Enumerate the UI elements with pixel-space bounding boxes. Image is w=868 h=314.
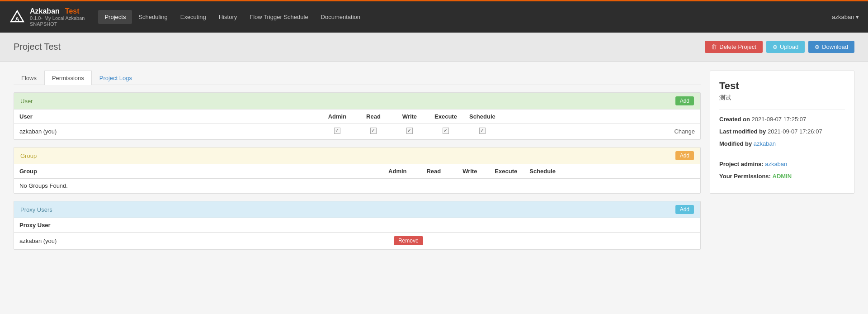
sidebar-permissions-label: Your Permissions: xyxy=(719,173,771,180)
group-table-header-row: Group Admin Read Write Execute Schedule xyxy=(14,164,700,179)
brand-snapshot: SNAPSHOT xyxy=(30,21,85,27)
nav-flow-trigger[interactable]: Flow Trigger Schedule xyxy=(243,10,314,24)
execute-checkbox xyxy=(443,128,449,134)
user-section: User Add User Admin Read Write Execute S… xyxy=(14,92,701,140)
user-col-schedule: Schedule xyxy=(464,109,501,124)
user-row-execute xyxy=(428,124,464,139)
sidebar-modified-by-label: Modified by xyxy=(719,140,752,147)
tab-permissions[interactable]: Permissions xyxy=(44,71,92,85)
brand-tag: Test xyxy=(65,7,80,15)
user-row-schedule xyxy=(464,124,501,139)
nav-projects[interactable]: Projects xyxy=(98,10,132,24)
table-row: No Groups Found. xyxy=(14,179,700,193)
proxy-add-button[interactable]: Add xyxy=(675,205,694,214)
user-add-label: Add xyxy=(680,98,689,104)
brand-subtitle: My Local Azkaban xyxy=(44,15,85,21)
table-row: azkaban (you) xyxy=(14,124,700,139)
user-col-read: Read xyxy=(355,109,392,124)
upload-label: Upload xyxy=(780,43,798,50)
group-col-write: Write xyxy=(452,164,488,179)
group-add-button[interactable]: Add xyxy=(675,151,694,160)
sidebar-permissions: Your Permissions: ADMIN xyxy=(719,172,845,181)
proxy-section: Proxy Users Add Proxy User azkaban (you) xyxy=(14,201,701,250)
proxy-table-header-row: Proxy User xyxy=(14,218,700,233)
download-button[interactable]: ⊕ Download xyxy=(808,41,854,53)
nav-documentation[interactable]: Documentation xyxy=(315,10,367,24)
main-content: Flows Permissions Project Logs User Add … xyxy=(14,71,701,312)
page-title: Project Test xyxy=(14,42,61,52)
upload-button[interactable]: ⊕ Upload xyxy=(766,41,805,53)
sidebar-project-desc: 测试 xyxy=(719,94,845,102)
upload-icon: ⊕ xyxy=(773,43,778,50)
delete-project-button[interactable]: 🗑 Delete Project xyxy=(705,41,763,53)
group-col-action xyxy=(561,164,700,179)
schedule-checkbox xyxy=(479,128,486,134)
sidebar-last-modified-label: Last modified by xyxy=(719,128,766,135)
group-col-read: Read xyxy=(415,164,452,179)
user-table: User Admin Read Write Execute Schedule a… xyxy=(14,109,700,139)
content-area: Flows Permissions Project Logs User Add … xyxy=(0,62,868,314)
proxy-row-name: azkaban (you) xyxy=(14,233,388,249)
user-row-write xyxy=(392,124,428,139)
group-add-label: Add xyxy=(680,152,689,159)
navbar: A Azkaban Test 0.1.0- My Local Azkaban S… xyxy=(0,0,868,33)
download-label: Download xyxy=(822,43,848,50)
group-col-admin: Admin xyxy=(379,164,415,179)
group-col-schedule: Schedule xyxy=(524,164,561,179)
group-section-header: Group Add xyxy=(14,147,700,164)
user-change-button[interactable]: Change xyxy=(674,128,695,135)
nav-scheduling[interactable]: Scheduling xyxy=(132,10,174,24)
user-section-title: User xyxy=(20,98,33,105)
user-menu[interactable]: azkaban ▾ xyxy=(832,14,859,20)
sidebar-created: Created on 2021-09-07 17:25:07 xyxy=(719,115,845,124)
tabs: Flows Permissions Project Logs xyxy=(14,71,701,85)
tab-flows[interactable]: Flows xyxy=(14,71,44,85)
sidebar-project-name: Test xyxy=(719,80,845,92)
nav-history[interactable]: History xyxy=(212,10,243,24)
brand-logo-icon: A xyxy=(9,9,25,25)
write-checkbox xyxy=(406,128,413,134)
sidebar-modified-by: Modified by azkaban xyxy=(719,139,845,149)
sidebar-modified-by-value[interactable]: azkaban xyxy=(754,140,776,147)
page-header: Project Test 🗑 Delete Project ⊕ Upload ⊕… xyxy=(0,33,868,62)
group-no-data: No Groups Found. xyxy=(14,179,700,193)
brand: A Azkaban Test 0.1.0- My Local Azkaban S… xyxy=(9,7,85,28)
user-section-header: User Add xyxy=(14,93,700,109)
brand-version: 0.1.0- xyxy=(30,15,42,21)
sidebar-last-modified: Last modified by 2021-09-07 17:26:07 xyxy=(719,127,845,137)
group-col-group: Group xyxy=(14,164,379,179)
delete-label: Delete Project xyxy=(719,43,756,50)
user-table-header-row: User Admin Read Write Execute Schedule xyxy=(14,109,700,124)
nav-executing[interactable]: Executing xyxy=(174,10,212,24)
sidebar-last-modified-value: 2021-09-07 17:26:07 xyxy=(768,128,822,135)
sidebar-created-value: 2021-09-07 17:25:07 xyxy=(752,116,807,123)
sidebar-admins-value[interactable]: azkaban xyxy=(765,161,787,167)
user-col-admin: Admin xyxy=(319,109,355,124)
sidebar-created-label: Created on xyxy=(719,116,750,123)
svg-text:A: A xyxy=(15,16,19,22)
user-col-write: Write xyxy=(392,109,428,124)
tab-project-logs[interactable]: Project Logs xyxy=(92,71,140,85)
group-section-title: Group xyxy=(20,152,37,159)
nav-links: Projects Scheduling Executing History Fl… xyxy=(98,10,832,24)
user-row-admin xyxy=(319,124,355,139)
proxy-remove-button[interactable]: Remove xyxy=(394,236,423,245)
header-actions: 🗑 Delete Project ⊕ Upload ⊕ Download xyxy=(705,41,854,53)
proxy-col-action xyxy=(388,218,700,233)
user-add-button[interactable]: Add xyxy=(675,96,694,105)
sidebar-admins-label: Project admins: xyxy=(719,161,764,167)
user-row-action: Change xyxy=(501,124,700,139)
proxy-row-action: Remove xyxy=(388,233,700,249)
group-col-execute: Execute xyxy=(488,164,524,179)
proxy-add-label: Add xyxy=(680,206,689,213)
table-row: azkaban (you) Remove xyxy=(14,233,700,249)
group-table: Group Admin Read Write Execute Schedule … xyxy=(14,164,700,193)
proxy-section-header: Proxy Users Add xyxy=(14,201,700,218)
brand-text: Azkaban Test 0.1.0- My Local Azkaban SNA… xyxy=(30,7,85,28)
user-col-execute: Execute xyxy=(428,109,464,124)
proxy-section-title: Proxy Users xyxy=(20,206,52,213)
download-icon: ⊕ xyxy=(815,43,820,50)
sidebar-divider-1 xyxy=(719,109,845,109)
group-section: Group Add Group Admin Read Write Execute… xyxy=(14,147,701,194)
user-col-action xyxy=(501,109,700,124)
